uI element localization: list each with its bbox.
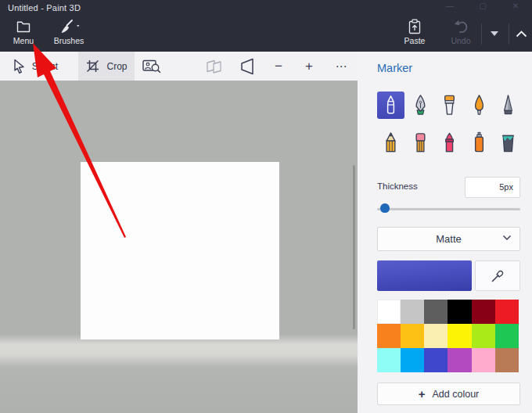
maximize-button[interactable]: ▢ [466,0,499,10]
palette-swatch[interactable] [472,348,495,372]
more-options-button[interactable]: ⋯ [328,52,354,81]
brush-spray-can[interactable] [466,129,493,156]
magic-select-icon [142,59,161,74]
select-label: Select [32,61,58,72]
add-colour-label: Add colour [433,389,480,400]
crayon-icon [436,129,463,156]
colour-palette [377,300,519,372]
cursor-icon [13,59,26,74]
paste-label: Paste [404,36,426,45]
palette-swatch[interactable] [401,300,424,324]
undo-button[interactable]: Undo [442,19,480,50]
palette-swatch[interactable] [448,324,471,348]
minimize-button[interactable]: — [433,0,466,10]
palette-swatch[interactable] [495,324,519,348]
minus-icon: − [275,52,282,81]
plus-icon: + [305,52,313,81]
thickness-slider-thumb[interactable] [380,203,390,213]
paste-button[interactable]: Paste [396,19,433,50]
spray-can-icon [466,129,493,156]
magic-select-button[interactable] [138,52,166,81]
title-bar: Untitled - Paint 3D — ▢ ✕ Menu Brushes [0,0,532,52]
vertical-scrollbar[interactable] [353,165,355,329]
perspective-canvas-icon [239,58,255,75]
workspace [0,81,358,413]
collapse-ribbon-button[interactable] [511,19,531,48]
undo-dropdown-button[interactable] [485,19,504,48]
palette-swatch[interactable] [377,324,401,348]
chevron-down-icon [502,235,512,241]
palette-swatch[interactable] [495,300,519,324]
calligraphy-pen-icon [407,92,434,119]
eyedropper-button[interactable] [475,260,520,291]
brush-watercolour[interactable] [466,92,493,119]
paint3d-window: Untitled - Paint 3D — ▢ ✕ Menu Brushes [0,0,532,413]
palette-swatch[interactable] [401,348,424,372]
brush-oil-brush[interactable] [436,92,463,119]
zoom-in-button[interactable]: + [297,52,322,81]
brush-marker[interactable] [377,92,404,119]
crop-icon [85,59,100,74]
brush-fill[interactable] [494,129,522,156]
toolbar-separator [509,23,509,45]
brush-pencil[interactable] [377,129,404,156]
panel-title: Marker [377,62,412,74]
brush-icon [56,19,82,34]
thickness-label: Thickness [377,181,418,191]
window-controls: — ▢ ✕ [433,0,532,10]
palette-swatch[interactable] [424,348,448,372]
crop-label: Crop [106,61,127,72]
paste-icon [408,19,422,34]
drawing-canvas[interactable] [81,162,279,339]
menu-button[interactable]: Menu [6,19,41,50]
chevron-down-icon [491,31,498,36]
brush-calligraphy-pen[interactable] [407,92,434,119]
brushes-button[interactable]: Brushes [47,19,91,50]
pixel-pen-icon [494,92,522,119]
finish-value: Matte [436,233,462,245]
close-button[interactable]: ✕ [499,0,532,10]
palette-swatch[interactable] [377,348,401,372]
flip-icon [206,59,223,74]
pencil-icon [377,129,404,156]
brush-panel: Marker [358,52,532,413]
add-colour-button[interactable]: + Add colour [377,382,520,405]
palette-swatch[interactable] [424,324,448,348]
oil-brush-icon [436,92,463,119]
select-button[interactable]: Select [6,52,64,81]
palette-swatch[interactable] [472,324,495,348]
ellipsis-icon: ⋯ [336,52,347,81]
eyedropper-icon [490,268,505,284]
flip-button-disabled[interactable] [200,52,229,81]
fill-icon [494,129,522,156]
undo-icon [453,19,469,34]
current-colour-swatch[interactable] [377,260,472,291]
canvas-button[interactable] [233,52,261,81]
ribbon-toolbar: Select Crop [0,52,358,81]
zoom-out-button[interactable]: − [266,52,291,81]
palette-swatch[interactable] [448,348,471,372]
plus-icon: + [419,388,426,400]
toolbar-separator [481,23,482,45]
undo-label: Undo [451,36,470,45]
brushes-label: Brushes [54,36,84,45]
palette-swatch[interactable] [472,300,495,324]
crop-button[interactable]: Crop [78,52,135,81]
menu-label: Menu [13,36,34,45]
palette-swatch[interactable] [495,348,519,372]
chevron-up-icon [516,31,527,38]
brush-eraser[interactable] [407,129,434,156]
watercolour-icon [466,92,493,119]
eraser-icon [407,129,434,156]
thickness-input[interactable]: 5px [465,177,520,198]
thickness-slider-track[interactable] [377,208,520,210]
brush-crayon[interactable] [436,129,463,156]
palette-swatch[interactable] [377,300,401,324]
palette-swatch[interactable] [401,324,424,348]
palette-swatch[interactable] [424,300,448,324]
brush-pixel-pen[interactable] [494,92,522,119]
marker-icon [377,92,404,119]
finish-dropdown[interactable]: Matte [377,227,520,251]
window-title: Untitled - Paint 3D [8,3,81,13]
palette-swatch[interactable] [448,300,471,324]
